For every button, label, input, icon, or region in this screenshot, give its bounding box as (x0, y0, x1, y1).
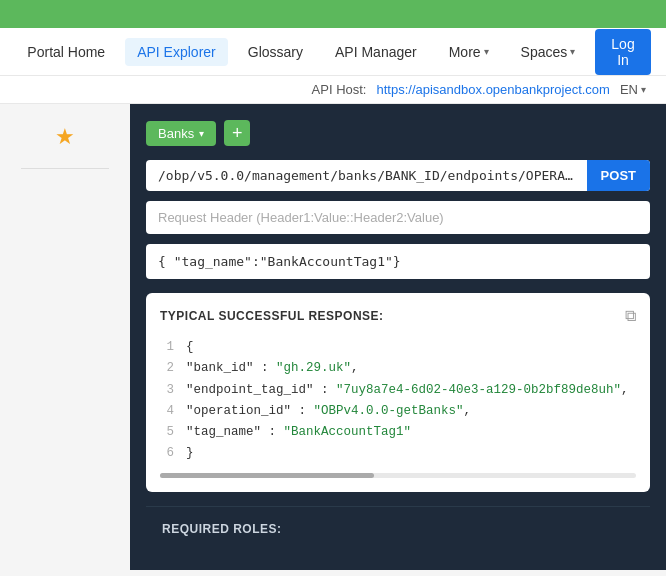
code-line-4: 4 "operation_id" : "OBPv4.0.0-getBanks", (160, 401, 636, 422)
code-line-1: 1 { (160, 337, 636, 358)
scrollbar-thumb[interactable] (160, 473, 374, 478)
nav-api-explorer[interactable]: API Explorer (125, 38, 228, 66)
nav-api-manager[interactable]: API Manager (323, 38, 429, 66)
code-line-2: 2 "bank_id" : "gh.29.uk", (160, 358, 636, 379)
api-host-bar: API Host: https://apisandbox.openbankpro… (0, 76, 666, 104)
response-header: TYPICAL SUCCESSFUL RESPONSE: ⧉ (160, 307, 636, 325)
nav-glossary[interactable]: Glossary (236, 38, 315, 66)
main-nav: Portal Home API Explorer Glossary API Ma… (0, 28, 666, 76)
response-section: TYPICAL SUCCESSFUL RESPONSE: ⧉ 1 { 2 "ba… (146, 293, 650, 492)
request-header-input[interactable]: Request Header (Header1:Value::Header2:V… (146, 201, 650, 234)
post-button[interactable]: POST (587, 160, 650, 191)
api-host-prefix: API Host: (312, 82, 367, 97)
response-title: TYPICAL SUCCESSFUL RESPONSE: (160, 309, 384, 323)
nav-portal-home[interactable]: Portal Home (15, 38, 117, 66)
main-content: ★ Banks ▾ + /obp/v5.0.0/management/banks… (0, 104, 666, 570)
banks-dropdown-button[interactable]: Banks ▾ (146, 121, 216, 146)
star-icon[interactable]: ★ (55, 124, 75, 150)
banks-chevron-icon: ▾ (199, 128, 204, 139)
more-chevron-icon: ▾ (484, 46, 489, 57)
nav-spaces[interactable]: Spaces ▾ (509, 38, 588, 66)
spaces-chevron-icon: ▾ (570, 46, 575, 57)
left-sidebar: ★ (0, 104, 130, 570)
lang-chevron-icon: ▾ (641, 84, 646, 95)
required-roles-title: REQUIRED ROLES: (162, 522, 282, 536)
horizontal-scrollbar[interactable] (160, 473, 636, 478)
code-line-3: 3 "endpoint_tag_id" : "7uy8a7e4-6d02-40e… (160, 380, 636, 401)
required-roles-section: REQUIRED ROLES: (146, 506, 650, 549)
api-host-url[interactable]: https://apisandbox.openbankproject.com (377, 82, 610, 97)
json-body-input[interactable]: { "tag_name":"BankAccountTag1"} (146, 244, 650, 279)
panel-top-controls: Banks ▾ + (146, 120, 650, 146)
top-green-bar (0, 0, 666, 28)
code-line-5: 5 "tag_name" : "BankAccountTag1" (160, 422, 636, 443)
code-line-6: 6 } (160, 443, 636, 464)
language-selector[interactable]: EN ▾ (620, 82, 646, 97)
sidebar-divider (21, 168, 109, 169)
url-bar: /obp/v5.0.0/management/banks/BANK_ID/end… (146, 160, 650, 191)
add-bank-button[interactable]: + (224, 120, 250, 146)
nav-more[interactable]: More ▾ (437, 38, 501, 66)
code-block: 1 { 2 "bank_id" : "gh.29.uk", 3 "endpoin… (160, 337, 636, 465)
api-explorer-panel: Banks ▾ + /obp/v5.0.0/management/banks/B… (130, 104, 666, 570)
copy-icon[interactable]: ⧉ (625, 307, 636, 325)
url-path: /obp/v5.0.0/management/banks/BANK_ID/end… (146, 160, 587, 191)
login-button[interactable]: Log In (595, 29, 650, 75)
